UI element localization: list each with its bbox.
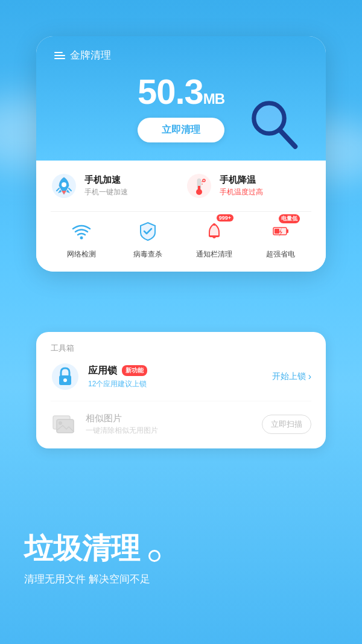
- similar-images-desc: 一键清除相似无用图片: [86, 426, 253, 436]
- svg-rect-17: [287, 229, 288, 233]
- wifi-icon: [67, 217, 96, 246]
- applock-name: 应用锁: [88, 365, 117, 377]
- bottom-section: 垃圾清理 清理无用文件 解决空间不足: [0, 475, 362, 644]
- svg-point-24: [59, 421, 62, 425]
- tool-antivirus[interactable]: 病毒查杀: [117, 217, 179, 260]
- cool-down-desc: 手机温度过高: [220, 187, 263, 197]
- card-header: 金牌清理: [54, 48, 308, 62]
- svg-rect-14: [209, 235, 219, 237]
- tool-battery-label: 超强省电: [266, 249, 295, 260]
- toolbox-title: 工具箱: [51, 343, 311, 354]
- svg-point-13: [80, 237, 83, 240]
- tool-antivirus-label: 病毒查杀: [133, 249, 162, 260]
- tool-network[interactable]: 网络检测: [51, 217, 112, 260]
- phone-card: 金牌清理 50.3MB 立即清理: [36, 36, 326, 272]
- svg-rect-23: [57, 419, 74, 433]
- quick-actions-grid: 手机加速 手机一键加速: [51, 173, 311, 199]
- magnifier-decoration: [247, 97, 302, 151]
- bottom-title-row: 垃圾清理: [24, 533, 338, 565]
- tool-network-label: 网络检测: [67, 249, 96, 260]
- main-subtitle: 清理无用文件 解决空间不足: [24, 572, 338, 586]
- menu-icon[interactable]: [54, 52, 65, 59]
- svg-point-9: [196, 189, 202, 195]
- notification-badge: 999+: [217, 214, 233, 222]
- card-body: 手机加速 手机一键加速: [36, 161, 326, 272]
- thermometer-icon: [186, 173, 212, 199]
- image-icon: [51, 411, 77, 438]
- app-title: 金牌清理: [70, 48, 111, 62]
- battery-icon: 电量低: [266, 217, 295, 246]
- tool-notification-label: 通知栏清理: [196, 249, 232, 260]
- main-title: 垃圾清理: [24, 532, 140, 564]
- clean-button[interactable]: 立即清理: [138, 118, 224, 142]
- memory-value: 50.3MB: [138, 72, 224, 111]
- battery-badge: 电量低: [279, 214, 300, 223]
- memory-number: 50.3: [138, 72, 203, 111]
- speed-up-title: 手机加速: [84, 174, 128, 186]
- scan-button[interactable]: 立即扫描: [262, 415, 311, 434]
- speed-up-desc: 手机一键加速: [84, 187, 128, 197]
- bell-icon: 999+: [200, 217, 229, 246]
- rocket-icon: [51, 173, 77, 199]
- similar-images-name: 相似图片: [86, 413, 253, 424]
- applock-action-button[interactable]: 开始上锁 ›: [272, 371, 311, 382]
- circle-decoration: [148, 550, 160, 562]
- similar-images-row[interactable]: 相似图片 一键清除相似无用图片 立即扫描: [51, 401, 311, 438]
- memory-unit: MB: [203, 91, 224, 107]
- similar-info: 相似图片 一键清除相似无用图片: [86, 413, 253, 436]
- lock-icon: [51, 362, 80, 391]
- new-badge: 新功能: [122, 365, 147, 376]
- speed-up-action[interactable]: 手机加速 手机一键加速: [51, 173, 176, 199]
- cool-down-title: 手机降温: [220, 174, 263, 186]
- toolbox-card: 工具箱 应用锁 新功能 12个应用建议上锁 开始上锁 ›: [36, 332, 326, 448]
- svg-point-21: [63, 378, 67, 382]
- svg-point-3: [62, 182, 66, 187]
- svg-line-1: [280, 130, 295, 147]
- applock-name-row: 应用锁 新功能: [88, 365, 264, 377]
- svg-rect-18: [275, 229, 279, 234]
- speed-up-text: 手机加速 手机一键加速: [84, 174, 128, 197]
- shield-icon: [133, 217, 162, 246]
- cool-down-text: 手机降温 手机温度过高: [220, 174, 263, 197]
- chevron-right-icon: ›: [308, 371, 311, 382]
- applock-row[interactable]: 应用锁 新功能 12个应用建议上锁 开始上锁 ›: [51, 362, 311, 391]
- tool-notification[interactable]: 999+ 通知栏清理: [183, 217, 245, 260]
- tool-grid: 网络检测 病毒查杀: [51, 211, 311, 260]
- applock-info: 应用锁 新功能 12个应用建议上锁: [88, 365, 264, 389]
- svg-point-15: [213, 223, 215, 226]
- applock-action-label: 开始上锁: [272, 371, 306, 382]
- cool-down-action[interactable]: 手机降温 手机温度过高: [186, 173, 311, 199]
- tool-battery[interactable]: 电量低 超强省电: [250, 217, 311, 260]
- applock-desc: 12个应用建议上锁: [88, 379, 264, 389]
